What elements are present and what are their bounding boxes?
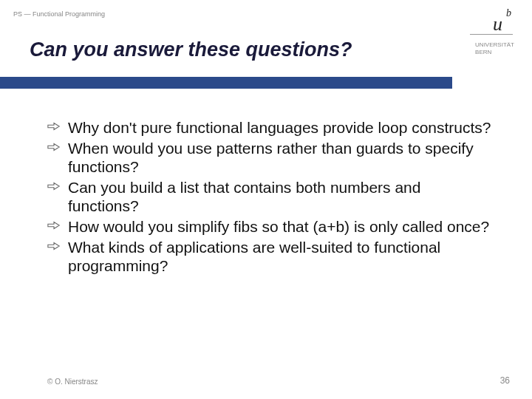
list-item: When would you use patterns rather than … [47, 139, 495, 177]
footer-page-number: 36 [500, 375, 510, 386]
question-text: What kinds of applications are well-suit… [68, 239, 440, 275]
list-item: Can you build a list that contains both … [47, 178, 495, 216]
logo-text: UNIVERSITÄT BERN [475, 41, 514, 55]
hand-icon [47, 239, 61, 253]
list-item: Why don't pure functional languages prov… [47, 118, 495, 137]
logo-divider [470, 34, 513, 35]
logo-line2: BERN [475, 49, 491, 55]
hand-icon [47, 140, 61, 154]
footer-copyright: © O. Nierstrasz [47, 378, 98, 386]
logo-letter-u: u [493, 13, 502, 35]
question-text: Can you build a list that contains both … [68, 179, 420, 215]
university-logo: u b UNIVERSITÄT BERN [452, 0, 532, 89]
hand-icon [47, 219, 61, 232]
list-item: What kinds of applications are well-suit… [47, 238, 495, 276]
question-text: Why don't pure functional languages prov… [68, 119, 491, 136]
question-text: When would you use patterns rather than … [68, 140, 474, 176]
breadcrumb: PS — Functional Programming [13, 10, 105, 18]
list-item: How would you simplify fibs so that (a+b… [47, 217, 495, 236]
hand-icon [47, 120, 61, 133]
question-list: Why don't pure functional languages prov… [47, 118, 495, 277]
logo-letter-b: b [506, 7, 511, 19]
page-title: Can you answer these questions? [30, 38, 352, 61]
accent-bar [0, 77, 452, 89]
question-text: How would you simplify fibs so that (a+b… [68, 218, 489, 235]
logo-line1: UNIVERSITÄT [475, 41, 514, 48]
hand-icon [47, 180, 61, 193]
slide: PS — Functional Programming Can you answ… [0, 0, 532, 399]
